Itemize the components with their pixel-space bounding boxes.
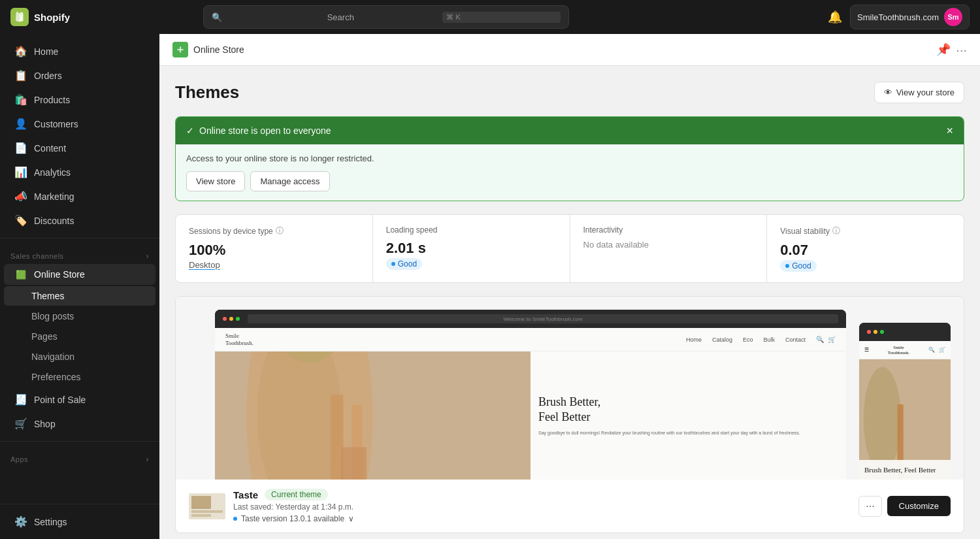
sidebar-item-shop[interactable]: 🛒 Shop [4,412,155,435]
store-name: SmileToothbrush.com [857,12,939,22]
header-actions: 📌 ··· [936,42,967,57]
sessions-info-icon[interactable]: ⓘ [276,225,284,237]
shopify-logo-icon [10,8,29,26]
sidebar-label-orders: Orders [34,71,62,81]
theme-actions: ··· Customize [858,496,951,517]
desktop-content: SmileToothbrush. Home Catalog Eco Bulk C… [215,328,846,480]
sidebar-item-customers[interactable]: 👤 Customers [4,112,155,135]
sidebar-item-orders[interactable]: 📋 Orders [4,64,155,87]
svg-rect-1 [215,351,531,480]
url-bar: Welcome to SmileToothbrush.com [248,314,838,323]
mobile-content: ☰ SmileToothbrush. 🔍 🛒 [859,341,951,480]
theme-name: Taste [233,489,258,500]
search-icon: 🔍 [212,12,322,22]
shop-icon: 🛒 [14,417,27,430]
svg-point-9 [864,367,902,472]
pin-button[interactable]: 📌 [936,42,951,57]
interactivity-no-data: No data available [583,240,754,250]
search-bar[interactable]: 🔍 Search ⌘ K [203,5,569,29]
view-store-button[interactable]: 👁 View your store [874,82,964,103]
sidebar-item-settings[interactable]: ⚙️ Settings [4,510,155,533]
search-placeholder: Search [327,12,438,22]
sales-channels-expand-icon[interactable]: › [146,252,150,261]
sidebar-item-blog-posts[interactable]: Blog posts [4,306,155,326]
sidebar-item-navigation[interactable]: Navigation [4,347,155,367]
desktop-preview: Welcome to SmileToothbrush.com SmileToot… [215,310,846,480]
stats-row: Sessions by device type ⓘ 100% Desktop L… [175,214,964,283]
preferences-label: Preferences [31,372,80,382]
visual-label-text: Visual stability [780,227,830,236]
online-store-icon: 🟩 [14,270,27,280]
svg-point-7 [278,351,342,363]
shop-label: Shop [34,419,56,429]
more-button[interactable]: ··· [956,42,967,57]
check-icon: ✓ [186,125,194,136]
sidebar-item-content[interactable]: 📄 Content [4,137,155,159]
sidebar-bottom: ⚙️ Settings [0,504,159,534]
visual-badge: Good [780,260,816,272]
products-icon: 🛍️ [14,93,27,106]
banner-body: Access to your online store is no longer… [176,144,964,201]
visual-value: 0.07 [780,242,951,259]
notification-bell-icon[interactable]: 🔔 [828,10,842,24]
banner-close-button[interactable]: × [946,125,953,137]
svg-rect-5 [331,395,343,480]
sidebar-item-marketing[interactable]: 📣 Marketing [4,185,155,208]
mobile-close-dot [867,330,871,334]
sidebar-item-online-store[interactable]: 🟩 Online Store [4,264,155,285]
content-icon: 📄 [14,142,27,154]
sidebar-item-pages[interactable]: Pages [4,327,155,346]
theme-name-area: Taste Current theme Last saved: Yesterda… [233,489,851,523]
customize-button[interactable]: Customize [887,496,951,516]
version-chevron-icon: ∨ [348,514,354,523]
theme-card: Welcome to SmileToothbrush.com SmileToot… [175,296,964,533]
sessions-sub: Desktop [189,260,359,270]
theme-thumbnail [189,493,225,519]
store-selector[interactable]: SmileToothbrush.com Sm [850,5,970,29]
preview-headline: Brush Better,Feel Better [538,395,838,425]
nav-home: Home [686,336,702,343]
mobile-hero-image: Brush Better, Feel Better [859,359,951,480]
sidebar-label-marketing: Marketing [34,191,74,202]
sidebar-label-home: Home [34,46,58,57]
mobile-headline: Brush Better, Feel Better [864,465,945,474]
online-store-sub-items: Themes Blog posts Pages Navigation Prefe… [0,286,159,387]
mobile-expand-dot [880,330,884,334]
sidebar-label-content: Content [34,143,66,154]
desktop-nav: SmileToothbrush. Home Catalog Eco Bulk C… [215,328,846,351]
expand-dot [236,317,240,321]
nav-search-icon: 🔍 [816,336,824,343]
avatar: Sm [944,8,962,26]
svg-point-2 [257,351,341,480]
sidebar-item-themes[interactable]: Themes [4,286,155,306]
mobile-menu-icon: ☰ [864,347,869,353]
banner-actions: View store Manage access [186,171,953,191]
pages-label: Pages [31,331,57,342]
visual-info-icon[interactable]: ⓘ [832,225,840,237]
view-store-banner-button[interactable]: View store [186,171,245,191]
close-dot [223,317,227,321]
theme-more-button[interactable]: ··· [858,496,881,517]
sidebar-item-point-of-sale[interactable]: 🧾 Point of Sale [4,388,155,411]
view-store-label: View your store [896,88,955,97]
theme-info-bar: Taste Current theme Last saved: Yesterda… [176,480,964,532]
loading-label-text: Loading speed [386,225,438,235]
eye-icon: 👁 [884,88,892,97]
apps-label: Apps [10,455,28,463]
customers-icon: 👤 [14,118,27,130]
sidebar-item-products[interactable]: 🛍️ Products [4,88,155,111]
nav-catalog: Catalog [712,336,732,343]
sidebar-item-analytics[interactable]: 📊 Analytics [4,161,155,184]
hero-image [215,351,531,480]
sidebar-item-discounts[interactable]: 🏷️ Discounts [4,209,155,232]
manage-access-button[interactable]: Manage access [250,171,329,191]
page-title-row: Themes 👁 View your store [175,82,964,103]
apps-expand-icon[interactable]: › [146,455,150,464]
sidebar-item-preferences[interactable]: Preferences [4,367,155,387]
theme-version-row[interactable]: Taste version 13.0.1 available ∨ [233,514,851,523]
mobile-minimize-dot [874,330,877,334]
sidebar-item-home[interactable]: 🏠 Home [4,40,155,63]
sales-channels-section: Sales channels › [0,244,159,263]
logo[interactable]: Shopify [10,8,70,26]
main-content: Online Store 📌 ··· Themes 👁 View your st… [159,34,980,539]
